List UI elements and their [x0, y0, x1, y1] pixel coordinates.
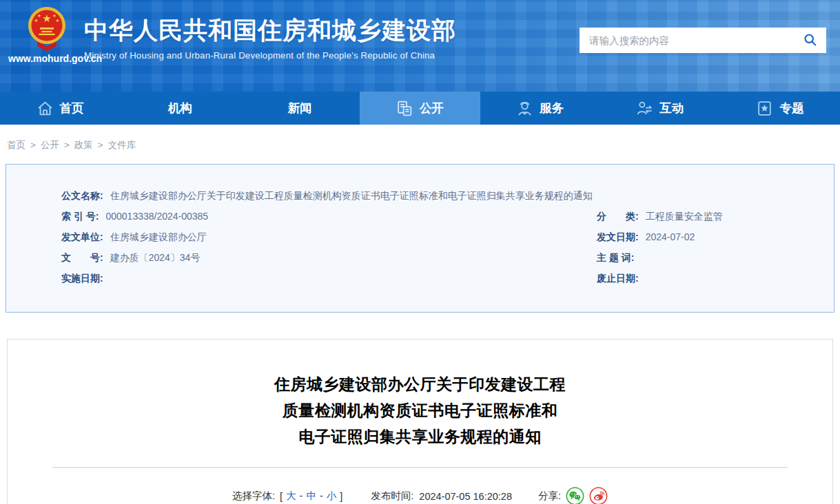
open-docs-icon	[396, 100, 413, 117]
nav-item-label: 互动	[659, 100, 684, 116]
main-nav: 首页机构新闻公开服务互动专题	[0, 92, 840, 125]
site-subtitle: Ministry of Housing and Urban-Rural Deve…	[84, 50, 456, 61]
nav-item-label: 机构	[168, 100, 192, 116]
doc-info-row: 发文单位:住房城乡建设部办公厅	[61, 227, 597, 247]
svg-text:★: ★	[56, 18, 60, 23]
doc-info-label: 公文名称:	[61, 185, 103, 206]
svg-text:★: ★	[37, 13, 41, 18]
article-divider	[52, 467, 788, 468]
site-logo[interactable]: ★★★★★ www.mohurd.gov.cn	[8, 4, 85, 64]
publish-time-label: 发布时间:	[371, 490, 413, 503]
article-title: 住房城乡建设部办公厅关于印发建设工程质量检测机构资质证书电子证照标准和电子证照归…	[8, 371, 832, 450]
font-selector-close-bracket: ]	[340, 491, 342, 502]
breadcrumb-separator: >	[98, 140, 103, 150]
font-size-small[interactable]: 小	[327, 490, 337, 501]
search-box[interactable]	[580, 28, 826, 53]
breadcrumb-item[interactable]: 首页	[7, 140, 25, 150]
doc-info-right-column: 分 类:工程质量安全监管发文日期:2024-07-02主 题 词:废止日期:	[597, 206, 820, 288]
font-size-large[interactable]: 大	[286, 490, 296, 501]
topic-icon	[756, 100, 773, 117]
nav-item-label: 专题	[779, 100, 803, 116]
font-selector-open-bracket: [	[280, 491, 283, 502]
svg-text:★: ★	[34, 18, 39, 23]
publish-time-value: 2024-07-05 16:20:28	[419, 491, 512, 502]
breadcrumb-item: 文件库	[108, 140, 136, 150]
doc-info-label: 主 题 词:	[597, 247, 634, 268]
doc-info-row: 主 题 词:	[597, 247, 820, 268]
share-weibo-icon[interactable]	[589, 487, 608, 504]
font-size-separator: -	[320, 490, 323, 501]
article-title-line: 质量检测机构资质证书电子证照标准和	[8, 397, 832, 423]
doc-info-label: 索 引 号:	[61, 206, 99, 227]
breadcrumb-separator: >	[64, 140, 70, 150]
doc-info-label: 分 类:	[597, 206, 639, 227]
breadcrumb: 首页>公开>政策>文件库	[0, 125, 840, 151]
doc-info-label: 发文日期:	[597, 227, 639, 247]
doc-info-value: 住房城乡建设部办公厅关于印发建设工程质量检测机构资质证书电子证照标准和电子证照归…	[110, 185, 593, 206]
search-icon	[803, 32, 817, 49]
doc-info-value: 住房城乡建设部办公厅	[110, 227, 207, 247]
article-panel: 住房城乡建设部办公厅关于印发建设工程质量检测机构资质证书电子证照标准和电子证照归…	[7, 339, 833, 504]
doc-info-columns: 索 引 号:000013338/2024-00385发文单位:住房城乡建设部办公…	[61, 206, 820, 288]
publish-time: 发布时间: 2024-07-05 16:20:28	[371, 490, 512, 503]
share-label: 分享:	[538, 490, 561, 503]
svg-text:★: ★	[52, 13, 57, 18]
font-size-medium[interactable]: 中	[306, 490, 316, 501]
share-wechat-icon[interactable]	[566, 487, 584, 504]
breadcrumb-item[interactable]: 政策	[74, 140, 93, 150]
doc-info-row: 发文日期:2024-07-02	[597, 227, 820, 247]
nav-item-label: 首页	[60, 100, 84, 116]
nav-item-gongkai[interactable]: 公开	[360, 92, 480, 125]
font-size-selector: 选择字体: [ 大-中-小 ]	[232, 490, 345, 503]
doc-info-row: 索 引 号:000013338/2024-00385	[61, 206, 597, 227]
doc-info-row: 废止日期:	[597, 268, 820, 288]
doc-info-row: 实施日期:	[61, 268, 597, 288]
site-url: www.mohurd.gov.cn	[8, 53, 85, 64]
doc-info-label: 废止日期:	[597, 268, 639, 288]
service-icon	[516, 100, 533, 117]
svg-text:★: ★	[42, 12, 51, 24]
doc-info-label: 文 号:	[61, 247, 103, 268]
nav-item-jigou[interactable]: 机构	[120, 92, 240, 125]
article-title-line: 住房城乡建设部办公厅关于印发建设工程	[8, 371, 832, 397]
doc-info-value: 2024-07-02	[646, 227, 695, 247]
doc-info-row: 文 号:建办质〔2024〕34号	[61, 247, 597, 268]
doc-info-value: 000013338/2024-00385	[105, 206, 208, 227]
share-group: 分享:	[538, 487, 608, 504]
doc-info-value: 建办质〔2024〕34号	[110, 247, 201, 268]
nav-item-zhuanti[interactable]: 专题	[720, 92, 840, 125]
nav-item-fuwu[interactable]: 服务	[480, 92, 600, 125]
nav-item-label: 公开	[420, 100, 444, 116]
article-title-line: 电子证照归集共享业务规程的通知	[8, 423, 832, 450]
site-title-block: 中华人民共和国住房和城乡建设部 Ministry of Housing and …	[84, 17, 456, 61]
nav-item-hudong[interactable]: 互动	[600, 92, 720, 125]
nav-item-xinwen[interactable]: 新闻	[240, 92, 360, 125]
search-button[interactable]	[800, 31, 819, 50]
font-selector-label: 选择字体:	[232, 490, 275, 503]
doc-info-left-column: 索 引 号:000013338/2024-00385发文单位:住房城乡建设部办公…	[61, 206, 597, 288]
font-size-separator: -	[300, 490, 303, 501]
doc-info-label: 实施日期:	[61, 268, 103, 288]
nav-item-label: 新闻	[288, 100, 312, 116]
breadcrumb-item[interactable]: 公开	[41, 140, 59, 150]
nav-item-label: 服务	[540, 100, 564, 116]
nav-item-home[interactable]: 首页	[0, 92, 120, 125]
interact-icon	[636, 100, 653, 117]
breadcrumb-separator: >	[30, 140, 36, 150]
national-emblem-icon: ★★★★★	[8, 4, 85, 52]
doc-info-panel: 公文名称: 住房城乡建设部办公厅关于印发建设工程质量检测机构资质证书电子证照标准…	[6, 164, 834, 313]
doc-info-row: 分 类:工程质量安全监管	[597, 206, 820, 227]
doc-info-label: 发文单位:	[61, 227, 103, 247]
doc-info-row-title: 公文名称: 住房城乡建设部办公厅关于印发建设工程质量检测机构资质证书电子证照标准…	[61, 185, 820, 206]
article-meta-bar: 选择字体: [ 大-中-小 ] 发布时间: 2024-07-05 16:20:2…	[8, 487, 832, 504]
search-input[interactable]	[589, 35, 800, 46]
site-title: 中华人民共和国住房和城乡建设部	[84, 17, 456, 44]
doc-info-value: 工程质量安全监管	[646, 206, 723, 227]
site-header: ★★★★★ www.mohurd.gov.cn 中华人民共和国住房和城乡建设部 …	[0, 0, 840, 92]
home-icon	[37, 100, 54, 117]
